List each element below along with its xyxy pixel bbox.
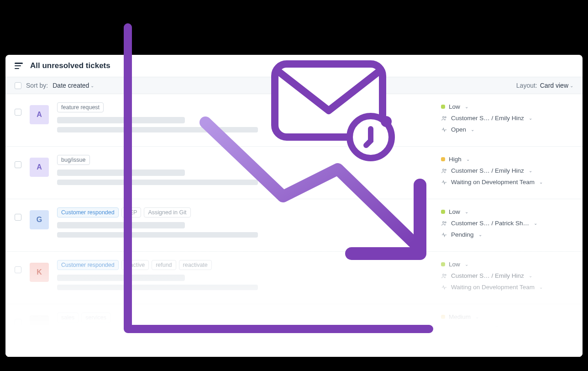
tag[interactable]: NEP	[121, 207, 142, 217]
tag[interactable]: refund	[152, 260, 176, 270]
chevron-down-icon: ⌄	[529, 116, 532, 121]
svg-point-6	[443, 274, 445, 276]
chevron-down-icon: ⌄	[465, 209, 468, 214]
tag[interactable]: Customer responded	[57, 260, 119, 270]
tag[interactable]: feature request	[57, 102, 104, 112]
tag[interactable]: services	[81, 313, 110, 323]
svg-point-7	[445, 274, 446, 276]
status-dropdown[interactable]: Open⌄	[441, 126, 573, 133]
tag[interactable]: reactivate	[179, 260, 212, 270]
row-checkbox[interactable]	[15, 266, 21, 273]
filter-icon[interactable]	[15, 63, 23, 69]
sort-label: Sort by:	[26, 82, 48, 89]
priority-dropdown[interactable]: Medium⌄	[441, 313, 573, 320]
svg-point-2	[443, 169, 445, 170]
priority-dot-icon	[441, 315, 445, 319]
ticket-row[interactable]: salesservicesMedium⌄Customer S… / Emily …	[5, 304, 583, 357]
row-checkbox[interactable]	[15, 161, 21, 168]
ticket-row[interactable]: KCustomer respondedinactiverefundreactiv…	[5, 252, 583, 304]
chevron-down-icon: ⌄	[529, 168, 532, 173]
priority-label: Medium	[449, 313, 471, 320]
ticket-title-placeholder	[57, 117, 185, 123]
priority-label: High	[449, 156, 462, 163]
chevron-down-icon: ⌄	[539, 180, 543, 185]
assignee-label: Customer S… / Patrick Sh…	[451, 220, 529, 227]
svg-point-1	[445, 117, 446, 118]
assignee-dropdown[interactable]: Customer S… / Emily Hinz⌄	[441, 272, 573, 279]
layout-value: Card view	[540, 82, 568, 89]
assignee-label: Customer S… / Emily Hinz	[451, 272, 524, 279]
chevron-down-icon: ⌄	[465, 104, 468, 109]
row-checkbox[interactable]	[15, 214, 21, 221]
ticket-body: feature request	[57, 102, 433, 136]
ticket-desc-placeholder	[57, 127, 258, 132]
status-label: Pending	[451, 231, 474, 238]
sort-dropdown[interactable]: Date created ⌄	[52, 82, 94, 89]
chevron-down-icon: ⌄	[465, 262, 468, 267]
ticket-title-placeholder	[57, 222, 185, 228]
ticket-panel: All unresolved tickets Sort by: Date cre…	[5, 55, 583, 357]
ticket-desc-placeholder	[57, 180, 258, 185]
panel-header: All unresolved tickets	[5, 55, 583, 77]
meta-column: Low⌄Customer S… / Patrick Sh…⌄Pending⌄	[441, 207, 573, 241]
ticket-body: Customer respondedNEPAssigned in Git	[57, 207, 433, 241]
tag[interactable]: sales	[57, 313, 79, 323]
meta-column: Medium⌄Customer S… / Emily Hinz⌄	[441, 313, 573, 346]
tag[interactable]: bug/issue	[57, 155, 90, 165]
chevron-down-icon: ⌄	[529, 326, 532, 331]
ticket-row[interactable]: Abug/issueHigh⌄Customer S… / Emily Hinz⌄…	[5, 147, 583, 199]
svg-point-9	[445, 327, 446, 328]
sort-value: Date created	[52, 82, 89, 89]
status-label: Waiting on Development Team	[451, 284, 535, 291]
chevron-down-icon: ⌄	[90, 83, 94, 88]
status-dropdown[interactable]: Pending⌄	[441, 231, 573, 238]
meta-column: Low⌄Customer S… / Emily Hinz⌄Waiting on …	[441, 260, 573, 294]
tag[interactable]: Customer responded	[57, 207, 119, 217]
chevron-down-icon: ⌄	[539, 285, 543, 290]
ticket-desc-placeholder	[57, 337, 258, 343]
status-label: Waiting on Development Team	[451, 179, 535, 186]
priority-dropdown[interactable]: High⌄	[441, 156, 573, 163]
priority-dot-icon	[441, 105, 445, 109]
ticket-body: salesservices	[57, 313, 433, 346]
ticket-row[interactable]: GCustomer respondedNEPAssigned in GitLow…	[5, 199, 583, 252]
row-checkbox[interactable]	[15, 109, 21, 116]
ticket-desc-placeholder	[57, 285, 258, 290]
ticket-body: bug/issue	[57, 155, 433, 189]
row-checkbox[interactable]	[15, 319, 21, 326]
ticket-desc-placeholder	[57, 232, 258, 238]
assignee-dropdown[interactable]: Customer S… / Emily Hinz⌄	[441, 325, 573, 332]
priority-dropdown[interactable]: Low⌄	[441, 103, 573, 110]
tag[interactable]: Assigned in Git	[144, 207, 190, 217]
status-dropdown[interactable]: Waiting on Development Team⌄	[441, 179, 573, 186]
priority-label: Low	[449, 103, 460, 110]
chevron-down-icon: ⌄	[534, 221, 537, 226]
toolbar: Sort by: Date created ⌄ Layout: Card vie…	[5, 77, 583, 94]
chevron-down-icon: ⌄	[478, 232, 482, 237]
priority-dropdown[interactable]: Low⌄	[441, 208, 573, 215]
status-dropdown[interactable]: Waiting on Development Team⌄	[441, 284, 573, 291]
ticket-row[interactable]: Afeature requestLow⌄Customer S… / Emily …	[5, 94, 583, 147]
assignee-label: Customer S… / Emily Hinz	[451, 167, 524, 174]
layout-dropdown[interactable]: Card view ⌄	[540, 82, 573, 89]
ticket-title-placeholder	[57, 275, 185, 281]
meta-column: High⌄Customer S… / Emily Hinz⌄Waiting on…	[441, 155, 573, 189]
tag[interactable]: inactive	[121, 260, 149, 270]
chevron-down-icon: ⌄	[570, 83, 573, 88]
avatar: G	[30, 210, 49, 229]
assignee-label: Customer S… / Emily Hinz	[451, 325, 524, 332]
priority-dropdown[interactable]: Low⌄	[441, 261, 573, 268]
chevron-down-icon: ⌄	[471, 127, 474, 132]
status-label: Open	[451, 126, 466, 133]
ticket-title-placeholder	[57, 327, 185, 334]
assignee-dropdown[interactable]: Customer S… / Emily Hinz⌄	[441, 115, 573, 122]
ticket-body: Customer respondedinactiverefundreactiva…	[57, 260, 433, 294]
assignee-label: Customer S… / Emily Hinz	[451, 115, 524, 122]
assignee-dropdown[interactable]: Customer S… / Emily Hinz⌄	[441, 167, 573, 174]
ticket-title-placeholder	[57, 170, 185, 176]
avatar: A	[30, 158, 49, 177]
assignee-dropdown[interactable]: Customer S… / Patrick Sh…⌄	[441, 220, 573, 227]
priority-dot-icon	[441, 210, 445, 214]
svg-point-3	[445, 169, 446, 170]
select-all-checkbox[interactable]	[15, 82, 21, 89]
